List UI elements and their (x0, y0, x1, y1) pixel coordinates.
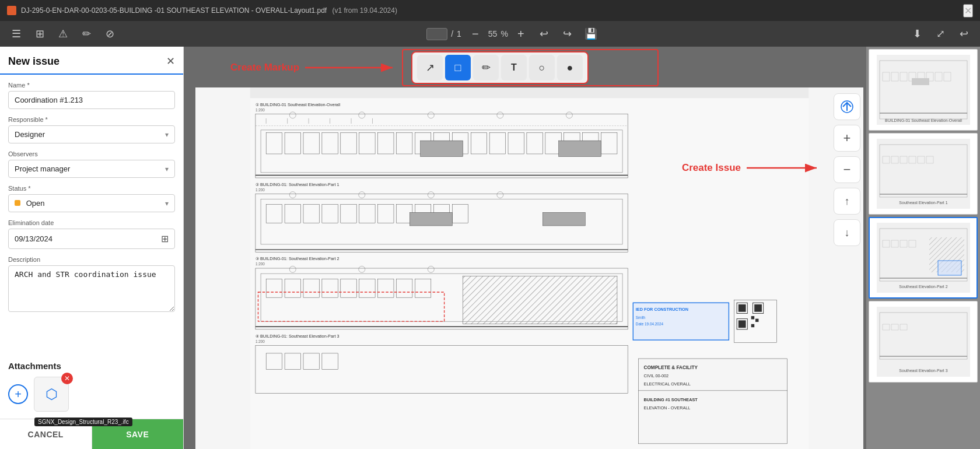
circle-tool-button[interactable]: ○ (529, 55, 555, 80)
issue-arrow (747, 162, 822, 174)
panel-header: New issue ✕ (0, 47, 183, 75)
svg-text:CIVIL 00-002: CIVIL 00-002 (644, 373, 669, 378)
svg-rect-128 (877, 139, 970, 209)
download-button[interactable]: ⬇ (908, 24, 926, 43)
svg-text:IED FOR CONSTRUCTION: IED FOR CONSTRUCTION (636, 307, 688, 312)
svg-rect-90 (755, 319, 758, 322)
thumbnail-3[interactable]: Southeast Elevation-Part 2 (869, 217, 978, 299)
minus-icon: − (844, 162, 851, 177)
pdf-area: ↗ □ ✏ T ○ ● Create Markup (184, 47, 980, 449)
svg-text:Date 19.04.2024: Date 19.04.2024 (636, 322, 664, 326)
up-arrow-icon: ↑ (845, 195, 850, 208)
svg-text:① BUILDING-01 Southeast Elevat: ① BUILDING-01 Southeast Elevation-Overal… (256, 102, 341, 107)
version: (v1 from 19.04.2024) (332, 6, 397, 15)
svg-text:Smith: Smith (636, 315, 646, 320)
undo-button[interactable]: ↩ (535, 24, 554, 43)
svg-text:1:200: 1:200 (256, 339, 265, 343)
name-input[interactable] (8, 91, 175, 109)
svg-rect-52 (410, 212, 452, 226)
svg-text:1:200: 1:200 (256, 188, 265, 192)
svg-rect-29 (559, 141, 601, 156)
elimination-date-input[interactable]: 09/13/2024 ⊞ (8, 229, 175, 249)
attachment-tooltip: SGNX_Design_Structural_R23_.ifc (34, 418, 132, 426)
thumbnail-2[interactable]: Southeast Elevation-Part 1 (869, 133, 978, 215)
svg-rect-28 (421, 141, 463, 156)
svg-rect-88 (738, 320, 746, 328)
page-number-input[interactable]: 1 (426, 28, 447, 40)
link-button[interactable]: ⊘ (100, 24, 119, 43)
pointer-tool-button[interactable]: ↗ (417, 55, 443, 80)
upload-sidebar-button[interactable] (834, 93, 860, 120)
down-arrow-icon: ↓ (845, 227, 850, 239)
observers-select[interactable]: Project manager ▾ (8, 160, 175, 178)
svg-rect-3 (250, 87, 808, 98)
fullscreen-button[interactable]: ⤢ (931, 24, 950, 43)
svg-text:② BUILDING-01: Southeast Eleva: ② BUILDING-01: Southeast Elevation-Part … (256, 182, 340, 187)
svg-rect-86 (754, 304, 762, 312)
issue-panel: New issue ✕ Name * Responsible * Designe… (0, 47, 184, 449)
save-toolbar-button[interactable]: 💾 (582, 24, 600, 43)
file-icon (7, 6, 16, 15)
collapse-button[interactable]: ↩ (954, 24, 973, 43)
svg-rect-89 (751, 316, 754, 319)
thumbnail-4[interactable]: Southeast Elevation-Part 3 (869, 301, 978, 383)
svg-rect-76 (463, 276, 617, 324)
attachment-item: ⬡ ✕ SGNX_Design_Structural_R23_.ifc (34, 377, 69, 412)
status-select[interactable]: Open ▾ (8, 194, 175, 212)
svg-text:④ BUILDING-01: Southeast Eleva: ④ BUILDING-01: Southeast Elevation-Part … (256, 334, 340, 339)
zoom-out-button[interactable]: − (466, 24, 485, 43)
page-separator: / (451, 29, 453, 38)
name-field: Name * (8, 82, 175, 109)
elimination-date-field: Elimination date 09/13/2024 ⊞ (8, 219, 175, 249)
up-sidebar-button[interactable]: ↑ (834, 188, 860, 215)
svg-text:BUILDING-01 Southeast Elevatio: BUILDING-01 Southeast Elevation-Overall (885, 118, 962, 122)
svg-rect-149 (877, 307, 970, 377)
fit-screen-button[interactable]: ⊞ (30, 24, 49, 43)
create-markup-annotation: Create Markup (230, 62, 398, 73)
thumbnail-1[interactable]: BUILDING-01 Southeast Elevation-Overall (869, 49, 978, 131)
edit-button[interactable]: ✏ (77, 24, 96, 43)
elimination-date-label: Elimination date (8, 219, 175, 226)
right-sidebar: + − ↑ ↓ (834, 93, 860, 246)
zoom-unit: % (501, 29, 508, 38)
toolbar-center: 1 / 1 − 55 % + ↩ ↪ 💾 (124, 24, 903, 43)
redo-button[interactable]: ↪ (558, 24, 577, 43)
elimination-date-value: 09/13/2024 (15, 234, 52, 243)
svg-text:ELEVATION - OVERALL: ELEVATION - OVERALL (644, 405, 691, 411)
alert-button[interactable]: ⚠ (54, 24, 72, 43)
zoom-in-button[interactable]: + (512, 24, 530, 43)
attachment-remove-button[interactable]: ✕ (61, 373, 73, 384)
pdf-canvas[interactable]: ① BUILDING-01 Southeast Elevation-Overal… (195, 87, 863, 449)
svg-text:Southeast Elevation-Part 1: Southeast Elevation-Part 1 (899, 201, 947, 205)
svg-rect-84 (738, 304, 746, 312)
markup-arrow (305, 62, 398, 73)
text-tool-button[interactable]: T (501, 55, 527, 80)
responsible-select[interactable]: Designer ▾ (8, 125, 175, 143)
observers-chevron: ▾ (165, 165, 169, 173)
responsible-label: Responsible * (8, 116, 175, 123)
toolbar-left: ☰ ⊞ ⚠ ✏ ⊘ (7, 24, 119, 43)
svg-text:Southeast Elevation-Part 3: Southeast Elevation-Part 3 (899, 369, 947, 373)
hamburger-menu-button[interactable]: ☰ (7, 24, 26, 43)
observers-label: Observers (8, 150, 175, 157)
window-close-button[interactable]: ✕ (963, 4, 973, 17)
attachment-file-icon: ⬡ (46, 386, 58, 402)
attachments-label: Attachments (8, 361, 175, 371)
svg-rect-126 (912, 78, 929, 85)
panel-body: Name * Responsible * Designer ▾ Observer… (0, 75, 183, 361)
svg-text:1:200: 1:200 (256, 262, 265, 266)
description-label: Description (8, 256, 175, 263)
down-sidebar-button[interactable]: ↓ (834, 219, 860, 246)
minus-sidebar-button[interactable]: − (834, 156, 860, 183)
dot-tool-button[interactable]: ● (557, 55, 583, 80)
responsible-value: Designer (15, 130, 45, 139)
filename: DJ-295-0-EN-DAR-00-0203-05-BUILDING -01 … (21, 6, 327, 15)
plus-sidebar-button[interactable]: + (834, 125, 860, 152)
add-attachment-button[interactable]: + (8, 384, 28, 404)
main-content: New issue ✕ Name * Responsible * Designe… (0, 47, 980, 449)
description-textarea[interactable]: ARCH and STR coordination issue (8, 265, 175, 312)
status-chevron: ▾ (165, 199, 169, 208)
panel-close-button[interactable]: ✕ (166, 55, 175, 68)
pencil-tool-button[interactable]: ✏ (473, 55, 499, 80)
rectangle-tool-button[interactable]: □ (445, 55, 471, 80)
